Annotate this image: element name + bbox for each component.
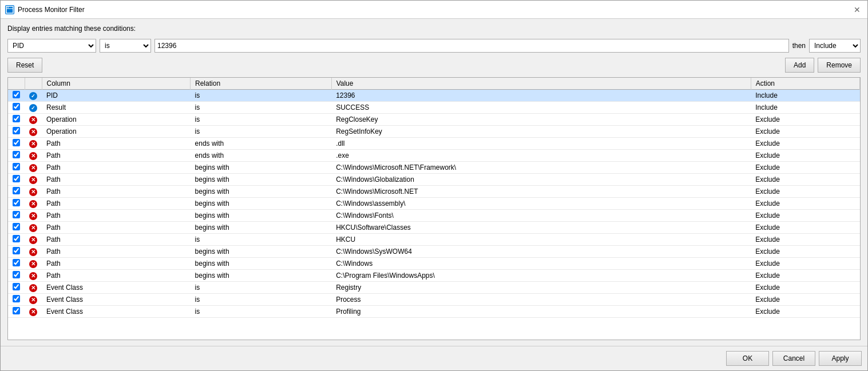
row-checkbox-cell[interactable]	[8, 90, 25, 102]
column-select[interactable]: ArchitectureCategoryCommand LineCompanyD…	[7, 39, 96, 53]
table-row[interactable]: ✕PathisHKCUExclude	[8, 234, 860, 246]
row-column: Path	[42, 174, 191, 186]
row-checkbox-cell[interactable]	[8, 198, 25, 210]
col-check	[8, 78, 25, 90]
table-row[interactable]: ✓ResultisSUCCESSInclude	[8, 102, 860, 114]
table-row[interactable]: ✕Pathbegins withC:\Windows\assembly\Excl…	[8, 198, 860, 210]
table-row[interactable]: ✕Pathbegins withC:\Windows\SysWOW64Exclu…	[8, 246, 860, 258]
row-checkbox-cell[interactable]	[8, 138, 25, 150]
table-row[interactable]: ✕Event ClassisProfilingExclude	[8, 306, 860, 318]
row-icon-cell: ✕	[25, 282, 42, 294]
row-checkbox[interactable]	[13, 247, 20, 254]
include-icon: ✓	[29, 104, 37, 112]
row-checkbox-cell[interactable]	[8, 282, 25, 294]
row-checkbox[interactable]	[13, 175, 20, 182]
action-select[interactable]: IncludeExclude	[809, 39, 861, 53]
table-row[interactable]: ✕Pathbegins withC:\Program Files\Windows…	[8, 270, 860, 282]
col-value-header: Value	[331, 78, 751, 90]
row-checkbox-cell[interactable]	[8, 234, 25, 246]
row-relation: begins with	[191, 186, 332, 198]
ok-button[interactable]: OK	[726, 351, 769, 366]
row-relation: is	[191, 102, 332, 114]
row-checkbox-cell[interactable]	[8, 102, 25, 114]
filter-table: Column Relation Value Action ✓PIDis12396…	[8, 78, 860, 318]
table-row[interactable]: ✕Pathbegins withC:\Windows\Microsoft.NET…	[8, 186, 860, 198]
row-checkbox-cell[interactable]	[8, 174, 25, 186]
row-checkbox[interactable]	[13, 211, 20, 218]
row-checkbox[interactable]	[13, 259, 20, 266]
row-checkbox-cell[interactable]	[8, 246, 25, 258]
row-checkbox-cell[interactable]	[8, 222, 25, 234]
row-checkbox[interactable]	[13, 199, 20, 206]
row-value: RegSetInfoKey	[331, 126, 751, 138]
row-checkbox[interactable]	[13, 103, 20, 110]
value-input[interactable]	[154, 39, 789, 53]
row-checkbox-cell[interactable]	[8, 306, 25, 318]
row-checkbox-cell[interactable]	[8, 150, 25, 162]
table-row[interactable]: ✕Pathbegins withC:\Windows\Microsoft.NET…	[8, 162, 860, 174]
add-button[interactable]: Add	[785, 58, 814, 73]
row-column: Event Class	[42, 282, 191, 294]
row-checkbox[interactable]	[13, 271, 20, 278]
row-checkbox[interactable]	[13, 223, 20, 230]
row-relation: is	[191, 234, 332, 246]
row-relation: begins with	[191, 210, 332, 222]
row-checkbox-cell[interactable]	[8, 210, 25, 222]
table-row[interactable]: ✕OperationisRegCloseKeyExclude	[8, 114, 860, 126]
table-row[interactable]: ✕Event ClassisProcessExclude	[8, 294, 860, 306]
row-checkbox-cell[interactable]	[8, 126, 25, 138]
row-checkbox[interactable]	[13, 307, 20, 314]
exclude-icon: ✕	[29, 284, 37, 292]
exclude-icon: ✕	[29, 188, 37, 196]
remove-button[interactable]: Remove	[818, 58, 861, 73]
filter-table-container[interactable]: Column Relation Value Action ✓PIDis12396…	[7, 77, 861, 340]
row-icon-cell: ✕	[25, 150, 42, 162]
table-row[interactable]: ✓PIDis12396Include	[8, 90, 860, 102]
row-checkbox-cell[interactable]	[8, 186, 25, 198]
table-row[interactable]: ✕Pathends with.dllExclude	[8, 138, 860, 150]
row-icon-cell: ✕	[25, 126, 42, 138]
row-icon-cell: ✕	[25, 270, 42, 282]
row-checkbox[interactable]	[13, 283, 20, 290]
relation-select[interactable]: isis notless thangreater thanbegins with…	[100, 39, 151, 53]
row-column: Event Class	[42, 306, 191, 318]
exclude-icon: ✕	[29, 212, 37, 220]
row-action: Exclude	[751, 186, 859, 198]
table-row[interactable]: ✕Pathbegins withC:\Windows\Fonts\Exclude	[8, 210, 860, 222]
row-checkbox[interactable]	[13, 127, 20, 134]
table-row[interactable]: ✕OperationisRegSetInfoKeyExclude	[8, 126, 860, 138]
main-window: Process Monitor Filter ✕ Display entries…	[0, 0, 868, 371]
row-column: Operation	[42, 126, 191, 138]
row-action: Exclude	[751, 270, 859, 282]
app-icon	[5, 5, 14, 14]
table-row[interactable]: ✕Pathbegins withC:\Windows\Globalization…	[8, 174, 860, 186]
close-button[interactable]: ✕	[851, 4, 863, 15]
row-checkbox-cell[interactable]	[8, 258, 25, 270]
apply-button[interactable]: Apply	[819, 351, 862, 366]
row-checkbox[interactable]	[13, 187, 20, 194]
row-relation: is	[191, 114, 332, 126]
row-relation: begins with	[191, 174, 332, 186]
row-checkbox[interactable]	[13, 91, 20, 98]
row-checkbox-cell[interactable]	[8, 114, 25, 126]
row-checkbox[interactable]	[13, 295, 20, 302]
cancel-button[interactable]: Cancel	[772, 351, 815, 366]
table-row[interactable]: ✕Event ClassisRegistryExclude	[8, 282, 860, 294]
row-value: SUCCESS	[331, 102, 751, 114]
reset-button[interactable]: Reset	[7, 58, 42, 73]
description-label: Display entries matching these condition…	[7, 25, 861, 33]
row-checkbox[interactable]	[13, 115, 20, 122]
row-value: C:\Windows\Microsoft.NET\Framework\	[331, 162, 751, 174]
row-checkbox[interactable]	[13, 139, 20, 146]
row-checkbox-cell[interactable]	[8, 270, 25, 282]
row-checkbox-cell[interactable]	[8, 162, 25, 174]
row-icon-cell: ✕	[25, 306, 42, 318]
row-checkbox[interactable]	[13, 163, 20, 170]
table-row[interactable]: ✕Pathbegins withC:\WindowsExclude	[8, 258, 860, 270]
table-row[interactable]: ✕Pathbegins withHKCU\Software\ClassesExc…	[8, 222, 860, 234]
row-checkbox-cell[interactable]	[8, 294, 25, 306]
row-checkbox[interactable]	[13, 235, 20, 242]
row-value: C:\Program Files\WindowsApps\	[331, 270, 751, 282]
row-checkbox[interactable]	[13, 151, 20, 158]
table-row[interactable]: ✕Pathends with.exeExclude	[8, 150, 860, 162]
